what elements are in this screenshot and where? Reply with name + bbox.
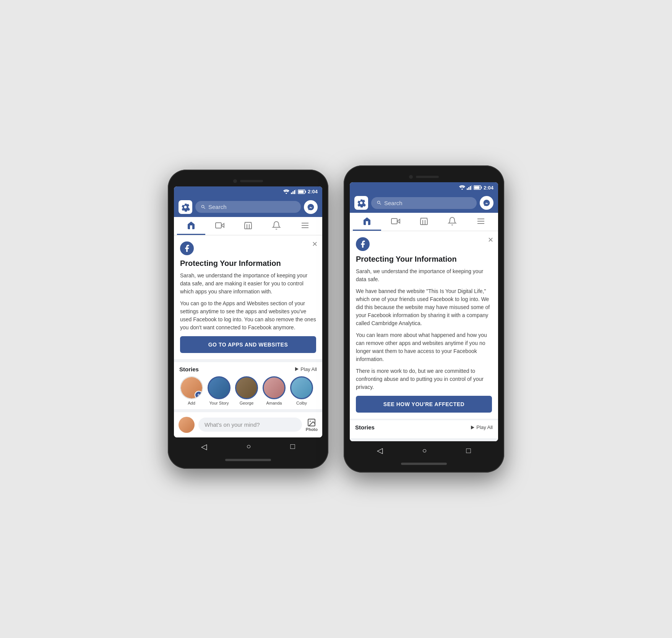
battery-icon: [298, 189, 306, 194]
card-paragraph2-1: You can go to the Apps and Websites sect…: [180, 300, 316, 332]
phone-home-indicator-2: [401, 463, 447, 465]
home-button-2[interactable]: ○: [422, 446, 427, 455]
search-bar-2[interactable]: Search: [371, 197, 477, 209]
stories-header-2: Stories Play All: [355, 424, 493, 431]
phone-top-bar-2: [350, 172, 498, 182]
marketplace-icon-2: [419, 217, 429, 226]
phone-screen-1: 2:04 Search: [174, 186, 322, 437]
svg-rect-25: [391, 219, 397, 224]
story-colby-label: Colby: [296, 401, 307, 405]
notification-card-2: ✕ Protecting Your Information Sarah, we …: [350, 231, 498, 420]
story-george[interactable]: George: [234, 376, 259, 405]
svg-rect-17: [467, 188, 468, 190]
cta-button-2[interactable]: SEE HOW YOU'RE AFFECTED: [356, 396, 492, 413]
svg-marker-7: [221, 223, 224, 227]
svg-rect-6: [298, 190, 304, 193]
nav-tab-menu-2[interactable]: [467, 213, 495, 231]
back-button-1[interactable]: ◁: [201, 442, 207, 451]
phones-container: 2:04 Search: [168, 165, 504, 473]
stories-header-1: Stories Play All: [179, 366, 317, 372]
story-add-circle: +: [180, 376, 203, 399]
svg-rect-23: [474, 186, 479, 189]
photo-button-1[interactable]: Photo: [306, 418, 318, 432]
bell-icon-2: [448, 217, 457, 226]
composer-input-1[interactable]: What's on your mind?: [198, 418, 302, 432]
back-button-2[interactable]: ◁: [377, 446, 383, 455]
svg-rect-22: [481, 187, 482, 189]
phone-speaker-2: [416, 176, 439, 178]
recents-button-2[interactable]: □: [466, 446, 471, 455]
composer-avatar-1: [179, 417, 195, 433]
svg-rect-2: [294, 190, 295, 194]
stories-title-2: Stories: [355, 424, 375, 431]
svg-rect-8: [216, 223, 221, 228]
nav-tab-home-1[interactable]: [177, 217, 205, 235]
search-placeholder-1: Search: [208, 204, 227, 210]
nav-tab-menu-1[interactable]: [291, 217, 319, 235]
home-icon-1: [187, 221, 196, 230]
wifi-icon-2: [459, 185, 465, 190]
fb-header-1: Search: [174, 197, 322, 217]
play-all-2[interactable]: Play All: [470, 424, 493, 430]
nav-tab-notifications-1[interactable]: [262, 217, 291, 235]
nav-tab-home-2[interactable]: [353, 213, 381, 231]
play-icon-2: [470, 425, 475, 430]
recents-button-1[interactable]: □: [290, 442, 295, 451]
story-add-label: Add: [188, 401, 195, 405]
marketplace-icon-1: [243, 221, 253, 230]
cta-button-1[interactable]: GO TO APPS AND WEBSITES: [180, 336, 316, 353]
story-george-label: George: [240, 401, 254, 405]
signal-icon-2: [467, 185, 472, 190]
fb-circle-icon-1: [180, 241, 194, 255]
nav-tab-marketplace-1[interactable]: [234, 217, 262, 235]
add-icon: +: [195, 391, 203, 399]
nav-tab-marketplace-2[interactable]: [410, 213, 438, 231]
fb-icon-row-2: [356, 237, 492, 251]
phone-bottom-bar-2: ◁ ○ □: [350, 441, 498, 460]
card-paragraph1-2: Sarah, we understand the importance of k…: [356, 267, 492, 283]
story-yourstory[interactable]: Your Story: [207, 376, 231, 405]
home-button-1[interactable]: ○: [246, 442, 251, 451]
signal-icon: [291, 189, 296, 194]
nav-tab-watch-2[interactable]: [381, 213, 409, 231]
facebook-f-icon-1: [183, 244, 191, 253]
story-colby[interactable]: Colby: [289, 376, 314, 405]
card-paragraph1-1: Sarah, we understand the importance of k…: [180, 272, 316, 296]
search-icon-2: [377, 200, 382, 206]
home-icon-2: [362, 217, 372, 226]
phone-home-indicator-1: [225, 459, 271, 461]
stories-title-1: Stories: [179, 366, 199, 372]
nav-tabs-1: [174, 217, 322, 235]
facebook-f-icon-2: [359, 240, 367, 248]
watch-icon-2: [391, 217, 400, 226]
play-all-1[interactable]: Play All: [294, 366, 317, 372]
nav-tab-notifications-2[interactable]: [438, 213, 466, 231]
card-title-2: Protecting Your Information: [356, 255, 492, 264]
stories-section-2: Stories Play All: [350, 420, 498, 441]
search-bar-1[interactable]: Search: [195, 201, 301, 213]
bell-icon-1: [272, 221, 281, 230]
svg-marker-31: [471, 426, 474, 429]
status-time-2: 2:04: [484, 185, 493, 191]
story-add[interactable]: + Add: [179, 376, 204, 405]
messenger-button-2[interactable]: [480, 196, 493, 210]
messenger-button-1[interactable]: [304, 200, 318, 214]
svg-rect-5: [305, 191, 306, 193]
card-paragraph2-2: We have banned the website "This Is Your…: [356, 287, 492, 327]
close-button-1[interactable]: ✕: [312, 240, 318, 248]
fb-circle-icon-2: [356, 237, 370, 251]
story-amanda[interactable]: Amanda: [262, 376, 286, 405]
close-button-2[interactable]: ✕: [488, 236, 493, 244]
messenger-icon-2: [483, 199, 490, 207]
card-paragraph3-2: You can learn more about what happened a…: [356, 331, 492, 363]
svg-rect-19: [470, 186, 471, 190]
nav-tab-watch-1[interactable]: [205, 217, 234, 235]
camera-button-2[interactable]: [354, 196, 368, 210]
wifi-icon: [283, 189, 289, 194]
story-amanda-circle: [263, 376, 286, 399]
nav-tabs-2: [350, 213, 498, 231]
stories-section-1: Stories Play All + Add: [174, 362, 322, 412]
svg-marker-14: [295, 367, 299, 371]
camera-button-1[interactable]: [179, 200, 192, 214]
menu-icon-2: [476, 217, 485, 226]
